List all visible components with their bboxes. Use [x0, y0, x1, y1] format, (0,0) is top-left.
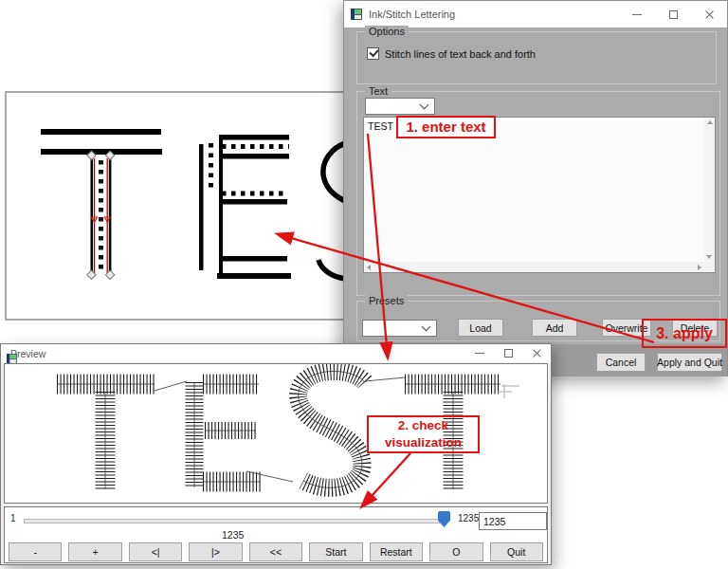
- step-back-button[interactable]: <|: [129, 542, 182, 561]
- slider-min-label: 1: [10, 513, 16, 523]
- options-group: Options Stitch lines of text back and fo…: [356, 31, 717, 84]
- dialog-title: Ink/Stitch Lettering: [369, 9, 455, 20]
- presets-group-label: Presets: [365, 295, 408, 306]
- scroll-up-icon[interactable]: [707, 120, 713, 124]
- preview-titlebar[interactable]: Preview: [1, 344, 551, 362]
- text-group-label: Text: [365, 85, 391, 97]
- cancel-button[interactable]: Cancel: [596, 353, 646, 372]
- scroll-left-icon[interactable]: [367, 265, 371, 270]
- preset-select[interactable]: [362, 320, 437, 337]
- stitch-slider[interactable]: [24, 519, 440, 523]
- dialog-titlebar[interactable]: Ink/Stitch Lettering: [344, 1, 727, 28]
- slider-value-label: 1235: [458, 513, 479, 523]
- o-button[interactable]: O: [429, 542, 482, 561]
- chevron-down-icon: [422, 322, 431, 332]
- horizontal-scrollbar[interactable]: [364, 262, 704, 272]
- back-and-forth-label: Stitch lines of text back and forth: [385, 48, 536, 60]
- slider-center-label: 1235: [222, 529, 244, 541]
- lettering-textarea[interactable]: TEST: [363, 117, 716, 273]
- scrollbar-corner: [704, 262, 715, 272]
- add-button[interactable]: Add: [532, 319, 577, 337]
- speed-up-button[interactable]: +: [68, 542, 121, 561]
- minimize-icon[interactable]: [465, 344, 494, 362]
- maximize-icon[interactable]: [494, 344, 522, 362]
- back-and-forth-checkbox[interactable]: [367, 47, 379, 60]
- annotation-step3-text: 3. apply: [656, 323, 713, 344]
- annotation-step1: 1. enter text: [396, 116, 496, 138]
- scroll-down-icon[interactable]: [706, 255, 712, 259]
- back-and-forth-row[interactable]: Stitch lines of text back and forth: [367, 47, 536, 60]
- close-icon[interactable]: [522, 344, 551, 362]
- chevron-down-icon: [420, 101, 429, 110]
- annotation-step1-text: 1. enter text: [406, 118, 485, 137]
- quit-button[interactable]: Quit: [490, 542, 543, 561]
- annotation-step2-line2: visualization: [385, 434, 462, 451]
- slider-thumb[interactable]: [438, 511, 450, 527]
- annotation-step3: 3. apply: [642, 319, 727, 348]
- restart-button[interactable]: Restart: [370, 542, 423, 561]
- inkstitch-app-icon: [351, 9, 362, 20]
- scroll-right-icon[interactable]: [698, 265, 701, 270]
- stitch-number-input[interactable]: [479, 512, 547, 530]
- maximize-icon[interactable]: [655, 1, 691, 28]
- preview-window: Preview: [0, 343, 552, 565]
- close-icon[interactable]: [691, 1, 727, 28]
- lettering-text: TEST: [368, 120, 393, 132]
- simulator-controls: 1 1235 1235 - + <| |> << Start Restart O…: [4, 506, 548, 563]
- apply-and-quit-button[interactable]: Apply and Quit: [657, 353, 722, 372]
- load-button[interactable]: Load: [458, 319, 503, 337]
- step-forward-button[interactable]: |>: [189, 542, 242, 561]
- start-button[interactable]: Start: [309, 542, 362, 561]
- simulator-button-row: - + <| |> << Start Restart O Quit: [9, 542, 543, 561]
- vertical-scrollbar[interactable]: [704, 118, 715, 262]
- options-group-label: Options: [365, 26, 409, 37]
- minimize-icon[interactable]: [619, 1, 655, 28]
- screen: Ink/Stitch Lettering Options Stitch line…: [0, 0, 728, 569]
- stitch-end-marker: [498, 384, 519, 398]
- annotation-step2: 2. check visualization: [367, 415, 480, 453]
- checkmark-icon: [369, 47, 378, 58]
- speed-down-button[interactable]: -: [9, 542, 62, 561]
- annotation-step2-line1: 2. check: [398, 417, 448, 434]
- rewind-button[interactable]: <<: [249, 542, 302, 561]
- font-select[interactable]: [365, 98, 435, 115]
